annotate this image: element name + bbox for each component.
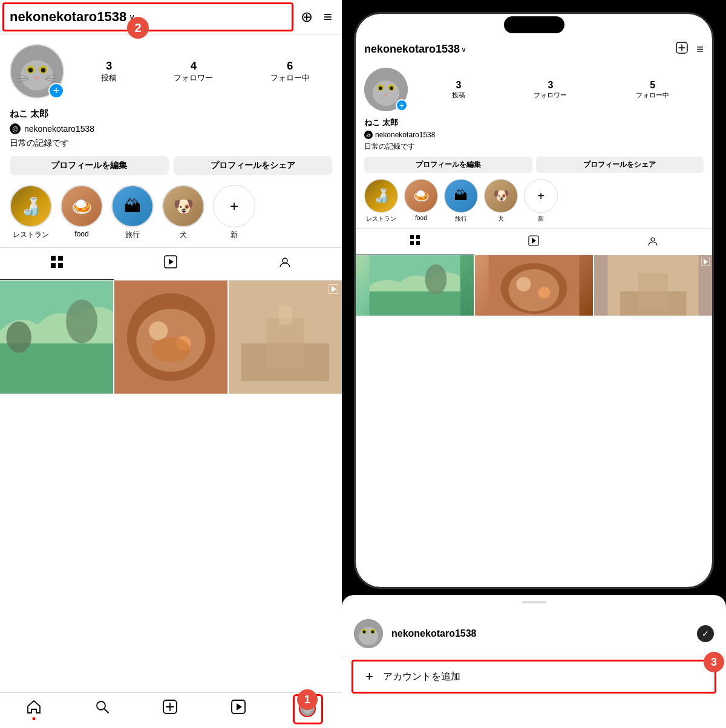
left-panel: nekonekotaro1538 ∨ ⊕ ≡ 2 <box>0 0 342 728</box>
r-highlight-food[interactable]: 🍛 food <box>404 179 438 223</box>
avatar-container[interactable]: + <box>10 44 64 99</box>
svg-point-5 <box>41 68 46 73</box>
svg-rect-80 <box>638 273 669 310</box>
threads-row: @ nekonekotaro1538 <box>10 123 332 134</box>
badge-2: 2 <box>127 17 149 39</box>
stat-following[interactable]: 6 フォロー中 <box>270 60 310 83</box>
sheet-check: ✓ <box>697 625 714 642</box>
r-stat-posts[interactable]: 3 投稿 <box>452 80 465 100</box>
highlight-new[interactable]: + 新 <box>213 185 255 240</box>
r-tab-reels[interactable] <box>474 229 593 255</box>
menu-button[interactable]: ≡ <box>324 8 332 25</box>
r-photo-3[interactable] <box>594 255 712 316</box>
svg-point-1 <box>21 60 53 91</box>
highlight-restaurant[interactable]: 🍶 レストラン <box>10 185 52 240</box>
highlight-food[interactable]: 🍛 food <box>60 185 103 238</box>
highlight-travel-label: 旅行 <box>125 230 140 240</box>
r-menu-button[interactable]: ≡ <box>696 42 704 56</box>
r-hl-add-circle[interactable]: + <box>524 179 558 213</box>
r-highlight-dog[interactable]: 🐶 犬 <box>484 179 518 223</box>
highlight-food-label: food <box>74 230 88 238</box>
highlight-travel[interactable]: 🏔 旅行 <box>111 185 154 240</box>
add-account-row[interactable]: + アカウントを追加 3 <box>352 660 716 694</box>
r-profile-section: + 3 投稿 3 フォロワー 5 <box>356 63 712 179</box>
r-tab-bar <box>356 228 712 255</box>
right-panel: nekonekotaro1538 ∨ ≡ <box>342 0 726 728</box>
r-username-area[interactable]: nekonekotaro1538 ∨ <box>364 43 676 56</box>
edit-profile-button[interactable]: プロフィールを編集 <box>10 156 169 175</box>
svg-point-38 <box>97 701 105 710</box>
svg-marker-77 <box>704 259 708 265</box>
svg-rect-64 <box>416 241 420 245</box>
tab-reels[interactable] <box>114 248 227 280</box>
share-profile-button[interactable]: プロフィールをシェア <box>174 156 333 175</box>
stat-followers[interactable]: 4 フォロワー <box>174 60 213 83</box>
r-stat-following[interactable]: 5 フォロー中 <box>636 80 669 100</box>
add-post-button[interactable]: ⊕ <box>301 8 313 25</box>
photo-cell-3[interactable] <box>229 281 342 394</box>
highlight-new-label: 新 <box>231 230 238 240</box>
r-tab-tagged[interactable] <box>594 229 712 255</box>
r-grid-icon <box>410 235 420 249</box>
nav-add[interactable] <box>162 699 178 718</box>
left-header: nekonekotaro1538 ∨ ⊕ ≡ 2 <box>0 0 342 34</box>
sheet-username: nekonekotaro1538 <box>391 628 688 639</box>
photo-cell-2[interactable] <box>114 281 227 394</box>
bio: 日常の記録です <box>10 138 332 149</box>
svg-point-6 <box>34 76 39 80</box>
r-hl-dog-label: 犬 <box>498 215 504 223</box>
stat-posts[interactable]: 3 投稿 <box>101 60 117 83</box>
nav-reels[interactable] <box>231 699 246 718</box>
svg-marker-44 <box>237 703 242 710</box>
r-highlight-travel[interactable]: 🏔 旅行 <box>444 179 478 223</box>
highlight-dog[interactable]: 🐶 犬 <box>162 185 204 240</box>
tab-grid[interactable] <box>0 248 114 280</box>
r-header-icons: ≡ <box>676 42 704 57</box>
nav-search[interactable] <box>94 699 110 718</box>
highlight-travel-circle: 🏔 <box>111 185 154 227</box>
r-chevron[interactable]: ∨ <box>461 45 466 54</box>
grid-icon <box>50 255 64 272</box>
r-tab-grid[interactable] <box>356 229 474 255</box>
svg-point-70 <box>425 264 447 294</box>
r-share-profile-button[interactable]: プロフィールをシェア <box>536 157 704 173</box>
username-area[interactable]: nekonekotaro1538 ∨ <box>10 9 301 25</box>
r-stat-followers[interactable]: 3 フォロワー <box>534 80 567 100</box>
reel-badge <box>329 284 338 296</box>
highlight-dog-label: 犬 <box>180 230 187 240</box>
r-photo-2[interactable] <box>475 255 593 316</box>
r-edit-profile-button[interactable]: プロフィールを編集 <box>364 157 532 173</box>
badge-3: 3 <box>704 652 724 672</box>
r-photo-1[interactable] <box>356 255 474 316</box>
nav-home[interactable] <box>26 699 42 718</box>
tab-tagged[interactable] <box>228 248 342 280</box>
add-account-plus-icon: + <box>365 669 373 684</box>
highlight-add-circle[interactable]: + <box>213 185 255 227</box>
add-story-button[interactable]: + <box>48 83 64 99</box>
tagged-icon <box>278 255 292 272</box>
r-add-story[interactable]: + <box>396 99 408 111</box>
phone-inner: nekonekotaro1538 ∨ ≡ <box>356 14 712 587</box>
svg-marker-66 <box>532 238 536 244</box>
r-avatar-container[interactable]: + <box>364 68 408 111</box>
bottom-sheet: nekonekotaro1538 ✓ + アカウントを追加 3 <box>342 595 726 728</box>
svg-line-39 <box>105 709 108 713</box>
svg-point-75 <box>538 287 551 299</box>
header-icons: ⊕ ≡ <box>301 8 332 25</box>
add-icon <box>162 699 178 718</box>
r-hl-restaurant-label: レストラン <box>366 215 396 223</box>
photo-cell-1[interactable] <box>0 281 113 394</box>
r-add-button[interactable] <box>676 42 688 57</box>
r-posts-label: 投稿 <box>452 91 465 100</box>
highlight-food-circle: 🍛 <box>60 185 103 227</box>
r-highlight-restaurant[interactable]: 🍶 レストラン <box>364 179 398 223</box>
photo-grid <box>0 281 342 692</box>
profile-top: + 3 投稿 4 フォロワー 6 フォロー中 <box>10 44 332 99</box>
r-highlights-row: 🍶 レストラン 🍛 food 🏔 旅行 🐶 犬 <box>356 179 712 228</box>
svg-rect-17 <box>51 263 56 268</box>
svg-point-86 <box>371 631 374 634</box>
r-highlight-new[interactable]: + 新 <box>524 179 558 223</box>
svg-point-74 <box>517 277 531 291</box>
nav-profile[interactable]: 1 <box>299 700 316 717</box>
r-action-buttons: プロフィールを編集 プロフィールをシェア <box>364 157 704 173</box>
